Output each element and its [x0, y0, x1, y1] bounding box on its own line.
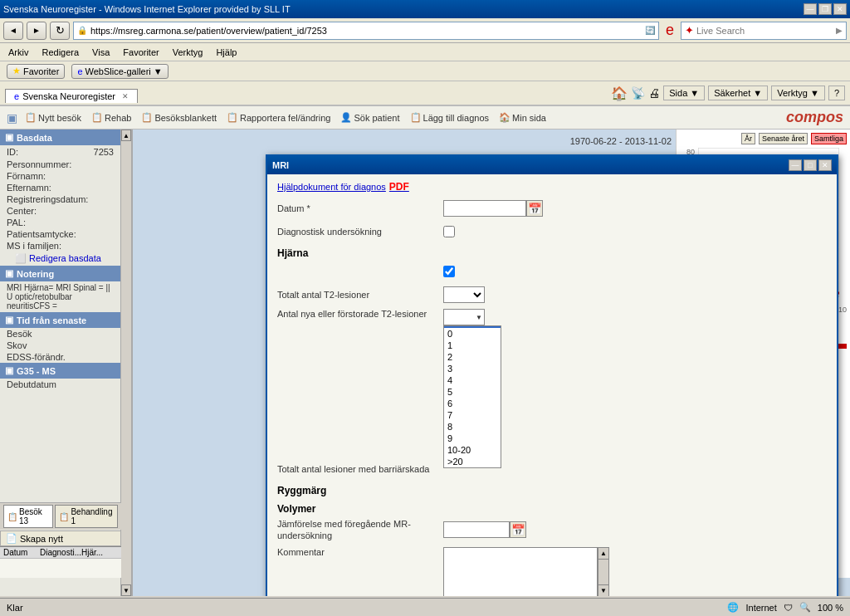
menu-favoriter[interactable]: Favoriter: [121, 47, 160, 57]
print-icon[interactable]: 🖨: [648, 86, 660, 100]
chart-samtliga-btn[interactable]: Samtliga: [811, 133, 847, 144]
address-input[interactable]: [90, 26, 642, 36]
search-input[interactable]: [696, 26, 836, 36]
besoksblankett-btn[interactable]: 📋 Besöksblankett: [139, 111, 219, 124]
nya-t2-dropdown-list[interactable]: 0 1 2 3 4 5 6 7 8 9 10-20 >20: [443, 325, 501, 468]
dropdown-option-3[interactable]: 3: [444, 363, 501, 374]
skapa-nytt-btn[interactable]: 📄 Skapa nytt: [0, 530, 120, 546]
hjarna-checkbox[interactable]: [443, 266, 455, 277]
col-hjar: Hjär...: [81, 548, 118, 557]
webslice-button[interactable]: e WebSlice-galleri ▼: [71, 64, 168, 79]
lagg-till-diagnos-btn[interactable]: 📋 Lägg till diagnos: [408, 111, 492, 124]
dropdown-option-1[interactable]: 1: [444, 340, 501, 351]
redigera-basdata-link[interactable]: ⬜ Redigera basdata: [7, 252, 110, 265]
totalt-t2-select[interactable]: 01234 56789 10-20>20: [443, 286, 485, 303]
rss-icon[interactable]: 📡: [631, 86, 645, 100]
help-link[interactable]: Hjälpdokument för diagnos PDF: [277, 181, 827, 193]
close-btn[interactable]: ✕: [833, 3, 847, 15]
datum-input[interactable]: [443, 200, 526, 217]
dropdown-option-7[interactable]: 7: [444, 409, 501, 421]
menu-hjalp[interactable]: Hjälp: [214, 47, 238, 57]
dropdown-option-4[interactable]: 4: [444, 374, 501, 386]
nytt-besok-icon: 📋: [25, 112, 37, 123]
dropdown-option-9[interactable]: 9: [444, 433, 501, 444]
datum-calendar-btn[interactable]: 📅: [526, 200, 543, 217]
forward-button[interactable]: ►: [27, 22, 46, 40]
main-layout: ▣ Basdata ID:7253 Personnummer: Förnamn:…: [0, 130, 850, 596]
jamforelse-input[interactable]: [443, 521, 510, 538]
dropdown-option-6[interactable]: 6: [444, 398, 501, 409]
date-range: 1970-06-22 - 2013-11-02: [570, 136, 672, 146]
basdata-header[interactable]: ▣ Basdata: [0, 130, 120, 145]
sidebar-field-regdatum: Registreringsdatum:: [0, 193, 120, 205]
behandling-tab[interactable]: 📋 Behandling 1: [55, 505, 118, 528]
tools-menu-btn[interactable]: Verktyg ▼: [771, 86, 825, 100]
menu-visa[interactable]: Visa: [90, 47, 111, 57]
menu-redigera[interactable]: Redigera: [40, 47, 81, 57]
sidebar-scrollbar[interactable]: ▲ ▼: [120, 130, 132, 596]
rapportera-btn[interactable]: 📋 Rapportera fel/ändring: [224, 111, 333, 124]
sidebar-field-id: ID:7253: [0, 145, 120, 159]
rehab-btn[interactable]: 📋 Rehab: [89, 111, 134, 124]
dialog-restore-btn[interactable]: □: [804, 159, 817, 171]
datum-label: Datum *: [277, 203, 443, 213]
dialog-close-btn[interactable]: ✕: [818, 159, 832, 171]
sidebar-field-besok: Besök: [0, 328, 120, 340]
back-button[interactable]: ◄: [3, 22, 23, 40]
tid-header[interactable]: ▣ Tid från senaste: [0, 312, 120, 328]
browser-title: Svenska Neuroregister - Windows Internet…: [3, 4, 291, 14]
nytt-besok-btn[interactable]: 📋 Nytt besök: [22, 111, 84, 124]
diag-checkbox[interactable]: [443, 226, 455, 237]
restore-btn[interactable]: ❐: [818, 3, 832, 15]
dropdown-option-2[interactable]: 2: [444, 351, 501, 363]
kommentar-textarea[interactable]: [443, 547, 598, 596]
dropdown-option-8[interactable]: 8: [444, 421, 501, 433]
besok-tab[interactable]: 📋 Besök 13: [3, 505, 53, 528]
min-sida-btn[interactable]: 🏠 Min sida: [496, 111, 549, 124]
rapportera-icon: 📋: [227, 112, 238, 123]
refresh-button[interactable]: ↻: [50, 22, 70, 40]
menu-arkiv[interactable]: Arkiv: [7, 47, 30, 57]
scroll-down-btn[interactable]: ▼: [121, 584, 131, 596]
jamforelse-calendar-btn[interactable]: 📅: [510, 521, 526, 538]
dropdown-option-gt20[interactable]: >20: [444, 456, 501, 467]
textarea-scroll-down[interactable]: ▼: [598, 584, 608, 596]
help-menu-btn[interactable]: ?: [828, 86, 845, 100]
textarea-scroll-up[interactable]: ▲: [598, 548, 608, 560]
address-bar[interactable]: 🔒 🔄: [73, 22, 659, 40]
dialog-minimize-btn[interactable]: —: [789, 159, 802, 171]
minimize-btn[interactable]: —: [804, 3, 817, 15]
notering-header[interactable]: ▣ Notering: [0, 266, 120, 281]
textarea-scrollbar[interactable]: ▲ ▼: [598, 547, 609, 596]
dialog-controls[interactable]: — □ ✕: [789, 159, 832, 171]
hjarna-checkbox-row: [277, 262, 827, 281]
tab-close-icon[interactable]: ✕: [122, 92, 129, 100]
search-area[interactable]: ✦ ▶: [681, 22, 847, 40]
chart-senaste-btn[interactable]: Senaste året: [759, 133, 808, 144]
zoom-icon: 🔍: [799, 602, 811, 613]
nya-t2-row: Antal nya eller förstorade T2-lesioner ▼…: [277, 309, 827, 327]
dropdown-option-0[interactable]: 0: [444, 328, 501, 340]
lagg-diagnos-icon: 📋: [410, 112, 422, 123]
besok-tab-icon: 📋: [7, 512, 17, 521]
app-icon: ▣: [7, 111, 17, 125]
g35ms-header[interactable]: ▣ G35 - MS: [0, 363, 120, 379]
sidebar-field-skov: Skov: [0, 340, 120, 351]
dialog-titlebar: MRI — □ ✕: [267, 156, 837, 174]
chart-ar-btn[interactable]: År: [741, 133, 755, 144]
sidebar-section-g35ms: ▣ G35 - MS Debutdatum: [0, 363, 120, 390]
nya-t2-trigger[interactable]: ▼: [443, 309, 485, 325]
security-menu-btn[interactable]: Säkerhet ▼: [708, 86, 768, 100]
menu-verktyg[interactable]: Verktyg: [171, 47, 205, 57]
page-menu-btn[interactable]: Sida ▼: [663, 86, 705, 100]
dropdown-option-5[interactable]: 5: [444, 386, 501, 398]
sok-patient-btn[interactable]: 👤 Sök patient: [338, 111, 402, 124]
ie-tab[interactable]: e Svenska Neuroregister ✕: [5, 89, 138, 103]
app-toolbar: ▣ 📋 Nytt besök 📋 Rehab 📋 Besöksblankett …: [0, 106, 850, 130]
home-icon[interactable]: 🏠: [611, 86, 628, 101]
scroll-up-btn[interactable]: ▲: [121, 130, 131, 141]
titlebar-controls[interactable]: — ❐ ✕: [804, 3, 847, 15]
search-go-icon[interactable]: ▶: [836, 26, 843, 35]
dropdown-option-10-20[interactable]: 10-20: [444, 444, 501, 456]
favorites-button[interactable]: ★ Favoriter: [7, 64, 65, 79]
